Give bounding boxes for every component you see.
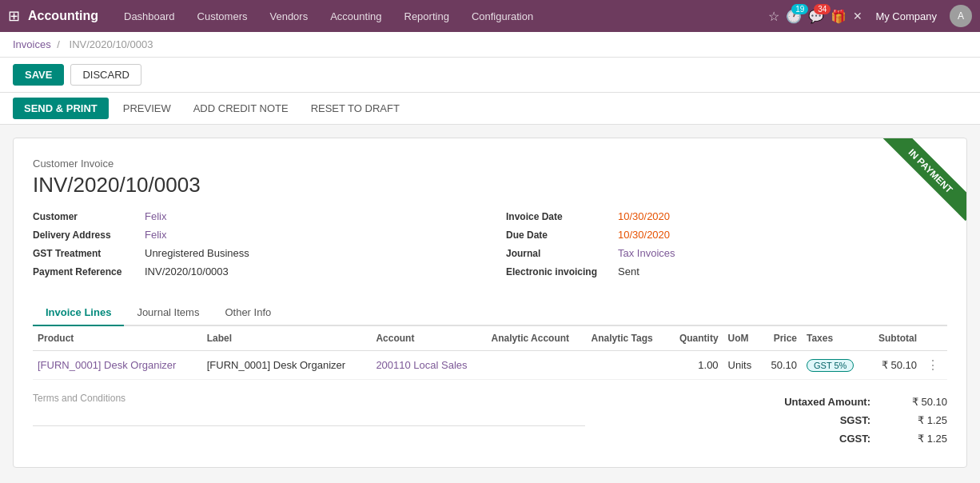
clock-icon[interactable]: 🕐 19: [786, 9, 802, 24]
breadcrumb-separator: /: [57, 38, 60, 50]
terms-input[interactable]: [33, 407, 585, 426]
row-more-options[interactable]: ⋮: [922, 351, 947, 380]
row-uom: Units: [723, 351, 762, 380]
send-print-button[interactable]: SEND & PRINT: [13, 98, 109, 119]
nav-vendors[interactable]: Vendors: [260, 6, 317, 27]
col-quantity: Quantity: [667, 326, 723, 351]
sgst-value: ₹ 1.25: [883, 414, 947, 426]
app-grid-icon[interactable]: ⊞: [8, 7, 20, 25]
row-analytic-tags: [587, 351, 668, 380]
field-electronic-invoicing: Electronic invoicing Sent: [506, 265, 947, 277]
field-delivery-address: Delivery Address Felix: [33, 229, 474, 241]
field-payment-reference: Payment Reference INV/2020/10/0003: [33, 265, 474, 277]
col-account: Account: [371, 326, 486, 351]
invoice-date-value[interactable]: 10/30/2020: [618, 210, 670, 222]
journal-value[interactable]: Tax Invoices: [618, 247, 675, 259]
nav-right: ☆ 🕐 19 💬 34 🎁 ✕ My Company A: [768, 5, 972, 27]
company-name: My Company: [875, 10, 937, 22]
table-header-row: Product Label Account Analytic Account A…: [33, 326, 947, 351]
col-actions: [922, 326, 947, 351]
col-subtotal: Subtotal: [866, 326, 922, 351]
tax-badge[interactable]: GST 5%: [807, 359, 854, 372]
col-label: Label: [202, 326, 372, 351]
nav-dashboard[interactable]: Dashboard: [114, 6, 185, 27]
invoice-subtitle: Customer Invoice: [33, 158, 947, 170]
due-date-value[interactable]: 10/30/2020: [618, 229, 670, 241]
journal-label: Journal: [506, 248, 618, 259]
gst-treatment-label: GST Treatment: [33, 248, 145, 259]
col-price: Price: [761, 326, 802, 351]
more-options-icon[interactable]: ⋮: [926, 358, 939, 372]
field-gst-treatment: GST Treatment Unregistered Business: [33, 247, 474, 259]
tabs: Invoice Lines Journal Items Other Info: [33, 300, 947, 326]
breadcrumb-current: INV/2020/10/0003: [70, 38, 153, 50]
cgst-value: ₹ 1.25: [883, 433, 947, 445]
electronic-invoicing-value: Sent: [618, 265, 639, 277]
row-quantity: 1.00: [667, 351, 723, 380]
row-analytic-account: [486, 351, 586, 380]
gst-treatment-value: Unregistered Business: [145, 247, 249, 259]
field-journal: Journal Tax Invoices: [506, 247, 947, 259]
tab-journal-items[interactable]: Journal Items: [124, 300, 212, 326]
gift-icon[interactable]: 🎁: [831, 9, 847, 24]
nav-configuration[interactable]: Configuration: [462, 6, 543, 27]
sgst-label: SGST:: [759, 414, 870, 426]
untaxed-value: ₹ 50.10: [883, 396, 947, 408]
ribbon: IN PAYMENT: [862, 138, 966, 242]
ribbon-text: IN PAYMENT: [881, 138, 966, 221]
star-icon[interactable]: ☆: [768, 9, 779, 24]
electronic-invoicing-label: Electronic invoicing: [506, 266, 618, 277]
row-product[interactable]: [FURN_0001] Desk Organizer: [33, 351, 202, 380]
breadcrumb: Invoices / INV/2020/10/0003: [0, 32, 980, 58]
terms-label: Terms and Conditions: [33, 393, 723, 404]
clock-badge: 19: [791, 4, 808, 14]
main-content: IN PAYMENT Customer Invoice INV/2020/10/…: [0, 125, 980, 483]
invoice-table: Product Label Account Analytic Account A…: [33, 326, 947, 380]
row-taxes: GST 5%: [802, 351, 866, 380]
message-badge: 34: [814, 4, 831, 14]
discard-button[interactable]: DISCARD: [70, 64, 141, 86]
totals-section: Untaxed Amount: ₹ 50.10 SGST: ₹ 1.25 CGS…: [723, 393, 947, 448]
field-customer: Customer Felix: [33, 210, 474, 222]
tab-invoice-lines[interactable]: Invoice Lines: [33, 300, 124, 326]
col-analytic-account: Analytic Account: [486, 326, 586, 351]
payment-reference-label: Payment Reference: [33, 266, 145, 277]
save-button[interactable]: SAVE: [13, 64, 64, 86]
delivery-address-value[interactable]: Felix: [145, 229, 166, 241]
nav-reporting[interactable]: Reporting: [395, 6, 459, 27]
invoice-number: INV/2020/10/0003: [33, 173, 947, 198]
totals-row-untaxed: Untaxed Amount: ₹ 50.10: [723, 393, 947, 411]
message-icon[interactable]: 💬 34: [808, 9, 824, 24]
due-date-label: Due Date: [506, 230, 618, 241]
cgst-label: CGST:: [759, 433, 870, 445]
avatar[interactable]: A: [950, 5, 972, 27]
delivery-address-label: Delivery Address: [33, 230, 145, 241]
reset-to-draft-button[interactable]: RESET TO DRAFT: [303, 98, 408, 119]
row-account[interactable]: 200110 Local Sales: [371, 351, 486, 380]
terms-section: Terms and Conditions: [33, 393, 723, 448]
col-taxes: Taxes: [802, 326, 866, 351]
totals-row-cgst: CGST: ₹ 1.25: [723, 429, 947, 448]
customer-value[interactable]: Felix: [145, 210, 166, 222]
nav-menu: Dashboard Customers Vendors Accounting R…: [114, 6, 768, 27]
col-analytic-tags: Analytic Tags: [587, 326, 668, 351]
tab-other-info[interactable]: Other Info: [212, 300, 284, 326]
preview-button[interactable]: PREVIEW: [115, 98, 179, 119]
row-price: 50.10: [761, 351, 802, 380]
table-row: [FURN_0001] Desk Organizer [FURN_0001] D…: [33, 351, 947, 380]
add-credit-note-button[interactable]: ADD CREDIT NOTE: [185, 98, 297, 119]
close-icon[interactable]: ✕: [853, 10, 862, 22]
fields-left: Customer Felix Delivery Address Felix GS…: [33, 210, 474, 284]
action-bar: SAVE DISCARD: [0, 58, 980, 93]
row-subtotal: ₹ 50.10: [866, 351, 922, 380]
invoice-fields: Customer Felix Delivery Address Felix GS…: [33, 210, 947, 284]
nav-accounting[interactable]: Accounting: [321, 6, 391, 27]
breadcrumb-parent[interactable]: Invoices: [13, 38, 51, 50]
nav-customers[interactable]: Customers: [188, 6, 257, 27]
secondary-bar: SEND & PRINT PREVIEW ADD CREDIT NOTE RES…: [0, 93, 980, 125]
app-title: Accounting: [28, 9, 98, 23]
invoice-date-label: Invoice Date: [506, 211, 618, 222]
col-product: Product: [33, 326, 202, 351]
customer-label: Customer: [33, 211, 145, 222]
invoice-card: IN PAYMENT Customer Invoice INV/2020/10/…: [13, 138, 967, 468]
